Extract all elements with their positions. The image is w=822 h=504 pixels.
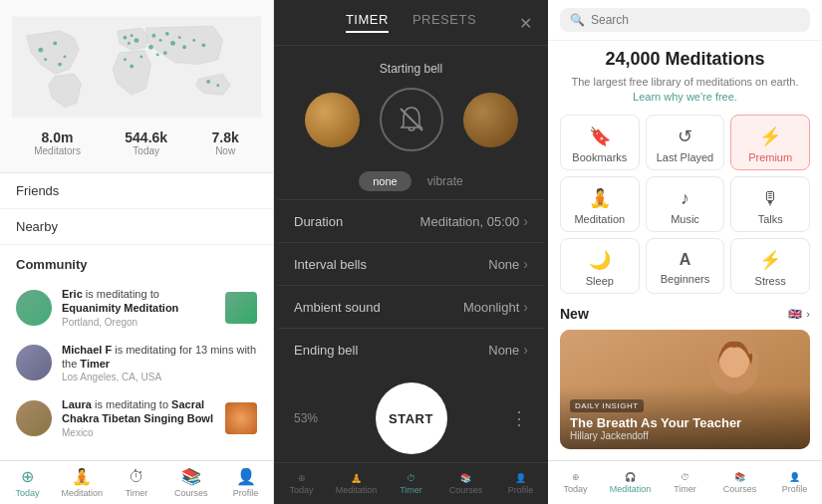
category-label: Music xyxy=(671,213,699,225)
vibrate-label[interactable]: vibrate xyxy=(427,174,463,188)
right-bottom-nav: ⊕ Today 🎧 Meditation ⏱ Timer 📚 Courses 👤… xyxy=(548,460,822,504)
page-subtitle: The largest free library of meditations … xyxy=(560,75,810,106)
svg-point-22 xyxy=(216,84,219,87)
category-label: Beginners xyxy=(661,273,710,285)
category-meditation[interactable]: 🧘 Meditation xyxy=(560,176,640,232)
flag-icon: 🇬🇧 xyxy=(788,308,802,321)
category-bookmarks[interactable]: 🔖 Bookmarks xyxy=(560,115,640,170)
ambient-sound-row[interactable]: Ambient sound Moonlight › xyxy=(278,285,544,328)
today-icon: ⊕ xyxy=(572,472,580,482)
category-talks[interactable]: 🎙 Talks xyxy=(730,176,810,232)
center-nav-timer-label: Timer xyxy=(400,485,422,495)
page-title: 24,000 Meditations xyxy=(560,49,810,71)
featured-overlay: DAILY INSIGHT The Breath As Your Teacher… xyxy=(560,386,810,449)
left-bottom-nav: ⊕ Today 🧘 Meditation ⏱ Timer 📚 Courses 👤… xyxy=(0,460,273,504)
nav-nearby[interactable]: Nearby xyxy=(0,209,273,245)
user-name: Laura is meditating to Sacral Chakra Tib… xyxy=(62,398,213,424)
left-nav: Friends Nearby Community Eric is meditat… xyxy=(0,173,273,460)
svg-point-16 xyxy=(148,45,153,50)
right-nav-courses[interactable]: 📚 Courses xyxy=(712,461,767,504)
left-nav-meditation[interactable]: 🧘 Meditation xyxy=(55,461,110,504)
bell-container xyxy=(305,88,518,151)
center-nav-courses[interactable]: 📚 Courses xyxy=(438,463,493,504)
center-nav-meditation[interactable]: 🧘 Meditation xyxy=(329,463,384,504)
center-nav-profile-label: Profile xyxy=(508,485,534,495)
progress-label: 53% xyxy=(294,411,318,425)
right-nav-meditation-label: Meditation xyxy=(610,484,652,494)
category-stress[interactable]: ⚡ Stress xyxy=(730,238,810,294)
meditation-icon: 🎧 xyxy=(625,472,636,482)
music-icon: ♪ xyxy=(681,188,689,209)
settings-rows: Duration Meditation, 05:00 › Interval be… xyxy=(274,199,548,371)
ambient-label: Ambient sound xyxy=(294,300,381,315)
duration-row[interactable]: Duration Meditation, 05:00 › xyxy=(278,199,544,242)
center-bottom-nav: ⊕ Today 🧘 Meditation ⏱ Timer 📚 Courses 👤… xyxy=(274,462,548,504)
center-nav-timer[interactable]: ⏱ Timer xyxy=(384,463,438,504)
search-bar[interactable]: 🔍 xyxy=(560,8,810,32)
right-nav-today[interactable]: ⊕ Today xyxy=(548,461,603,504)
meditation-thumb xyxy=(225,402,257,434)
avatar xyxy=(16,290,52,326)
category-label: Premium xyxy=(748,151,792,163)
ending-value: None › xyxy=(488,342,528,358)
svg-point-1 xyxy=(38,48,43,53)
category-premium[interactable]: ⚡ Premium xyxy=(730,115,810,170)
left-nav-today[interactable]: ⊕ Today xyxy=(0,461,55,504)
right-nav-courses-label: Courses xyxy=(723,484,757,494)
avatar xyxy=(16,345,52,380)
stat-now: 7.8k Now xyxy=(212,129,239,156)
profile-icon: 👤 xyxy=(515,473,526,483)
category-label: Talks xyxy=(758,213,783,225)
category-last-played[interactable]: ↺ Last Played xyxy=(646,115,725,170)
chevron-right-icon: › xyxy=(523,256,528,272)
right-nav-meditation[interactable]: 🎧 Meditation xyxy=(603,461,658,504)
left-nav-profile[interactable]: 👤 Profile xyxy=(218,461,273,504)
interval-bells-row[interactable]: Interval bells None › xyxy=(278,242,544,285)
left-nav-courses[interactable]: 📚 Courses xyxy=(163,461,218,504)
featured-card[interactable]: DAILY INSIGHT The Breath As Your Teacher… xyxy=(560,330,810,449)
category-sleep[interactable]: 🌙 Sleep xyxy=(560,238,640,294)
tab-presets[interactable]: PRESETS xyxy=(412,12,476,33)
timer-icon: ⏱ xyxy=(129,468,144,486)
right-nav-timer[interactable]: ⏱ Timer xyxy=(658,461,712,504)
list-item: Eric is meditating to Equanimity Meditat… xyxy=(0,280,273,336)
learn-why-link[interactable]: Learn why we're free. xyxy=(633,91,737,103)
ending-bell-row[interactable]: Ending bell None › xyxy=(278,328,544,371)
list-item: Michael F is meditating for 13 mins with… xyxy=(0,336,273,391)
language-selector[interactable]: 🇬🇧 › xyxy=(788,308,810,321)
bowl-left xyxy=(305,93,360,147)
center-nav-profile[interactable]: 👤 Profile xyxy=(493,463,548,504)
svg-point-10 xyxy=(165,32,169,36)
bell-icon[interactable] xyxy=(380,88,443,151)
category-music[interactable]: ♪ Music xyxy=(646,176,725,232)
sleep-icon: 🌙 xyxy=(589,249,611,271)
left-nav-meditation-label: Meditation xyxy=(61,488,103,498)
none-badge[interactable]: none xyxy=(359,171,411,191)
svg-point-4 xyxy=(124,36,128,40)
category-beginners[interactable]: A Beginners xyxy=(646,238,725,294)
duration-label: Duration xyxy=(294,214,343,229)
tab-timer[interactable]: TIMER xyxy=(346,12,389,33)
timer-icon: ⏱ xyxy=(407,473,415,483)
stress-icon: ⚡ xyxy=(759,249,781,271)
start-section: 53% START ⋮ xyxy=(274,371,548,462)
center-nav-today[interactable]: ⊕ Today xyxy=(274,463,329,504)
start-button[interactable]: START xyxy=(376,382,447,454)
left-nav-today-label: Today xyxy=(15,488,39,498)
right-content: 24,000 Meditations The largest free libr… xyxy=(548,41,822,460)
bell-label: Starting bell xyxy=(380,62,442,76)
search-input[interactable] xyxy=(591,13,800,27)
user-location: Mexico xyxy=(62,426,215,439)
right-nav-profile[interactable]: 👤 Profile xyxy=(767,461,822,504)
center-header: TIMER PRESETS ✕ xyxy=(274,0,548,46)
stats-row: 8.0m Meditators 544.6k Today 7.8k Now xyxy=(12,122,261,160)
talks-icon: 🎙 xyxy=(761,188,779,209)
svg-point-13 xyxy=(182,45,186,49)
nav-friends[interactable]: Friends xyxy=(0,173,273,209)
profile-icon: 👤 xyxy=(789,472,800,482)
more-options-button[interactable]: ⋮ xyxy=(510,407,528,429)
category-label: Bookmarks xyxy=(572,151,627,163)
svg-point-18 xyxy=(163,51,167,55)
close-button[interactable]: ✕ xyxy=(519,13,532,32)
left-nav-timer[interactable]: ⏱ Timer xyxy=(110,461,164,504)
